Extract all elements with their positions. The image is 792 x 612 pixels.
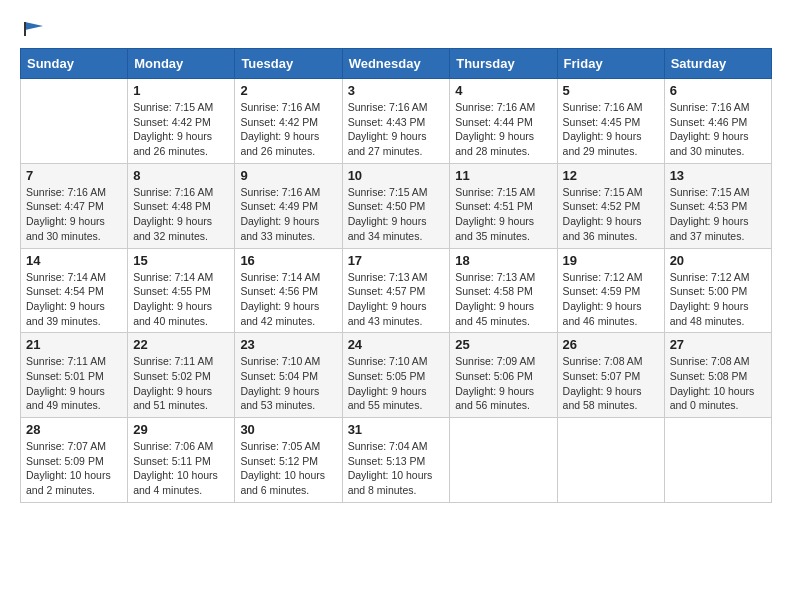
day-number: 8	[133, 168, 229, 183]
day-detail: Sunrise: 7:16 AMSunset: 4:42 PMDaylight:…	[240, 100, 336, 159]
calendar-cell: 15Sunrise: 7:14 AMSunset: 4:55 PMDayligh…	[128, 248, 235, 333]
day-number: 29	[133, 422, 229, 437]
svg-marker-0	[25, 22, 43, 30]
calendar-header-row: SundayMondayTuesdayWednesdayThursdayFrid…	[21, 49, 772, 79]
day-detail: Sunrise: 7:08 AMSunset: 5:07 PMDaylight:…	[563, 354, 659, 413]
calendar-cell: 17Sunrise: 7:13 AMSunset: 4:57 PMDayligh…	[342, 248, 450, 333]
logo	[20, 20, 45, 32]
weekday-header-monday: Monday	[128, 49, 235, 79]
day-number: 14	[26, 253, 122, 268]
calendar-cell: 18Sunrise: 7:13 AMSunset: 4:58 PMDayligh…	[450, 248, 557, 333]
day-number: 18	[455, 253, 551, 268]
day-number: 27	[670, 337, 766, 352]
day-number: 7	[26, 168, 122, 183]
calendar-cell: 24Sunrise: 7:10 AMSunset: 5:05 PMDayligh…	[342, 333, 450, 418]
calendar-cell: 14Sunrise: 7:14 AMSunset: 4:54 PMDayligh…	[21, 248, 128, 333]
calendar-cell: 26Sunrise: 7:08 AMSunset: 5:07 PMDayligh…	[557, 333, 664, 418]
day-number: 28	[26, 422, 122, 437]
day-detail: Sunrise: 7:10 AMSunset: 5:05 PMDaylight:…	[348, 354, 445, 413]
day-number: 21	[26, 337, 122, 352]
calendar-cell	[664, 418, 771, 503]
day-detail: Sunrise: 7:15 AMSunset: 4:53 PMDaylight:…	[670, 185, 766, 244]
day-number: 19	[563, 253, 659, 268]
day-number: 12	[563, 168, 659, 183]
day-number: 20	[670, 253, 766, 268]
calendar-cell: 4Sunrise: 7:16 AMSunset: 4:44 PMDaylight…	[450, 79, 557, 164]
calendar-cell	[450, 418, 557, 503]
calendar-cell: 27Sunrise: 7:08 AMSunset: 5:08 PMDayligh…	[664, 333, 771, 418]
day-detail: Sunrise: 7:07 AMSunset: 5:09 PMDaylight:…	[26, 439, 122, 498]
day-number: 17	[348, 253, 445, 268]
calendar-cell: 21Sunrise: 7:11 AMSunset: 5:01 PMDayligh…	[21, 333, 128, 418]
day-number: 5	[563, 83, 659, 98]
day-detail: Sunrise: 7:08 AMSunset: 5:08 PMDaylight:…	[670, 354, 766, 413]
header	[20, 20, 772, 32]
day-detail: Sunrise: 7:16 AMSunset: 4:48 PMDaylight:…	[133, 185, 229, 244]
day-detail: Sunrise: 7:14 AMSunset: 4:55 PMDaylight:…	[133, 270, 229, 329]
day-detail: Sunrise: 7:04 AMSunset: 5:13 PMDaylight:…	[348, 439, 445, 498]
day-number: 24	[348, 337, 445, 352]
calendar-cell: 29Sunrise: 7:06 AMSunset: 5:11 PMDayligh…	[128, 418, 235, 503]
calendar-cell: 12Sunrise: 7:15 AMSunset: 4:52 PMDayligh…	[557, 163, 664, 248]
day-detail: Sunrise: 7:11 AMSunset: 5:01 PMDaylight:…	[26, 354, 122, 413]
day-number: 26	[563, 337, 659, 352]
day-detail: Sunrise: 7:16 AMSunset: 4:45 PMDaylight:…	[563, 100, 659, 159]
calendar-cell	[557, 418, 664, 503]
calendar-cell: 1Sunrise: 7:15 AMSunset: 4:42 PMDaylight…	[128, 79, 235, 164]
calendar-cell: 19Sunrise: 7:12 AMSunset: 4:59 PMDayligh…	[557, 248, 664, 333]
calendar-cell: 9Sunrise: 7:16 AMSunset: 4:49 PMDaylight…	[235, 163, 342, 248]
day-detail: Sunrise: 7:15 AMSunset: 4:51 PMDaylight:…	[455, 185, 551, 244]
day-detail: Sunrise: 7:06 AMSunset: 5:11 PMDaylight:…	[133, 439, 229, 498]
day-detail: Sunrise: 7:16 AMSunset: 4:43 PMDaylight:…	[348, 100, 445, 159]
day-number: 31	[348, 422, 445, 437]
calendar-week-row: 7Sunrise: 7:16 AMSunset: 4:47 PMDaylight…	[21, 163, 772, 248]
day-detail: Sunrise: 7:16 AMSunset: 4:47 PMDaylight:…	[26, 185, 122, 244]
day-detail: Sunrise: 7:12 AMSunset: 4:59 PMDaylight:…	[563, 270, 659, 329]
day-detail: Sunrise: 7:16 AMSunset: 4:44 PMDaylight:…	[455, 100, 551, 159]
day-detail: Sunrise: 7:05 AMSunset: 5:12 PMDaylight:…	[240, 439, 336, 498]
day-number: 3	[348, 83, 445, 98]
day-number: 13	[670, 168, 766, 183]
day-detail: Sunrise: 7:13 AMSunset: 4:58 PMDaylight:…	[455, 270, 551, 329]
day-detail: Sunrise: 7:14 AMSunset: 4:56 PMDaylight:…	[240, 270, 336, 329]
weekday-header-wednesday: Wednesday	[342, 49, 450, 79]
calendar-cell: 11Sunrise: 7:15 AMSunset: 4:51 PMDayligh…	[450, 163, 557, 248]
calendar-cell: 7Sunrise: 7:16 AMSunset: 4:47 PMDaylight…	[21, 163, 128, 248]
day-detail: Sunrise: 7:09 AMSunset: 5:06 PMDaylight:…	[455, 354, 551, 413]
day-number: 1	[133, 83, 229, 98]
calendar-week-row: 28Sunrise: 7:07 AMSunset: 5:09 PMDayligh…	[21, 418, 772, 503]
calendar-week-row: 14Sunrise: 7:14 AMSunset: 4:54 PMDayligh…	[21, 248, 772, 333]
day-number: 15	[133, 253, 229, 268]
calendar-cell: 30Sunrise: 7:05 AMSunset: 5:12 PMDayligh…	[235, 418, 342, 503]
calendar-cell: 10Sunrise: 7:15 AMSunset: 4:50 PMDayligh…	[342, 163, 450, 248]
day-number: 22	[133, 337, 229, 352]
weekday-header-saturday: Saturday	[664, 49, 771, 79]
day-number: 30	[240, 422, 336, 437]
calendar-week-row: 1Sunrise: 7:15 AMSunset: 4:42 PMDaylight…	[21, 79, 772, 164]
calendar-cell: 2Sunrise: 7:16 AMSunset: 4:42 PMDaylight…	[235, 79, 342, 164]
calendar-cell: 16Sunrise: 7:14 AMSunset: 4:56 PMDayligh…	[235, 248, 342, 333]
calendar-cell: 31Sunrise: 7:04 AMSunset: 5:13 PMDayligh…	[342, 418, 450, 503]
logo-flag-icon	[23, 20, 45, 38]
weekday-header-tuesday: Tuesday	[235, 49, 342, 79]
calendar-week-row: 21Sunrise: 7:11 AMSunset: 5:01 PMDayligh…	[21, 333, 772, 418]
weekday-header-thursday: Thursday	[450, 49, 557, 79]
calendar-cell: 8Sunrise: 7:16 AMSunset: 4:48 PMDaylight…	[128, 163, 235, 248]
calendar-cell: 5Sunrise: 7:16 AMSunset: 4:45 PMDaylight…	[557, 79, 664, 164]
day-detail: Sunrise: 7:15 AMSunset: 4:50 PMDaylight:…	[348, 185, 445, 244]
day-detail: Sunrise: 7:16 AMSunset: 4:46 PMDaylight:…	[670, 100, 766, 159]
day-number: 9	[240, 168, 336, 183]
day-detail: Sunrise: 7:10 AMSunset: 5:04 PMDaylight:…	[240, 354, 336, 413]
calendar-cell: 22Sunrise: 7:11 AMSunset: 5:02 PMDayligh…	[128, 333, 235, 418]
calendar-cell: 13Sunrise: 7:15 AMSunset: 4:53 PMDayligh…	[664, 163, 771, 248]
day-number: 6	[670, 83, 766, 98]
day-detail: Sunrise: 7:15 AMSunset: 4:52 PMDaylight:…	[563, 185, 659, 244]
day-number: 2	[240, 83, 336, 98]
day-number: 10	[348, 168, 445, 183]
calendar-cell: 3Sunrise: 7:16 AMSunset: 4:43 PMDaylight…	[342, 79, 450, 164]
calendar-cell: 20Sunrise: 7:12 AMSunset: 5:00 PMDayligh…	[664, 248, 771, 333]
day-detail: Sunrise: 7:11 AMSunset: 5:02 PMDaylight:…	[133, 354, 229, 413]
calendar-cell	[21, 79, 128, 164]
day-detail: Sunrise: 7:16 AMSunset: 4:49 PMDaylight:…	[240, 185, 336, 244]
calendar-cell: 25Sunrise: 7:09 AMSunset: 5:06 PMDayligh…	[450, 333, 557, 418]
